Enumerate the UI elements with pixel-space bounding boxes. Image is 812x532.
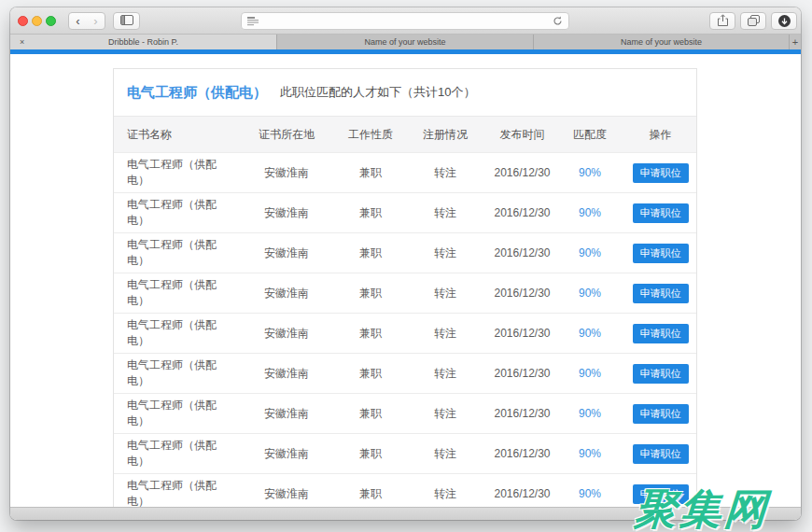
cell-match: 90%	[557, 407, 623, 420]
apply-button[interactable]: 申请职位	[633, 404, 689, 424]
page-content: 电气工程师（供配电） 此职位匹配的人才如下（共计10个） 证书名称 证书所在地 …	[10, 54, 801, 507]
cell-action: 申请职位	[623, 284, 698, 303]
sidebar-icon	[120, 12, 133, 29]
refresh-icon[interactable]	[553, 13, 563, 30]
zoom-window-button[interactable]	[46, 16, 56, 26]
cell-publish-date: 2016/12/30	[487, 327, 557, 340]
cell-match: 90%	[557, 447, 623, 460]
apply-button[interactable]: 申请职位	[633, 244, 689, 263]
browser-titlebar: ‹ ›	[10, 7, 801, 35]
cell-job-type: 兼职	[338, 245, 403, 261]
cell-job-type: 兼职	[338, 205, 403, 221]
tab-label: Name of your website	[364, 37, 445, 47]
minimize-window-button[interactable]	[32, 16, 42, 26]
sidebar-toggle-button[interactable]	[113, 12, 140, 30]
page-subtitle: 此职位匹配的人才如下（共计10个）	[280, 84, 475, 101]
table-body: 电气工程师（供配电） 安徽淮南 兼职 转注 2016/12/30 90% 申请职…	[114, 152, 696, 507]
cell-match: 90%	[557, 327, 623, 340]
cell-location: 安徽淮南	[235, 286, 338, 301]
downloads-button[interactable]	[771, 12, 797, 30]
cell-action: 申请职位	[623, 364, 698, 384]
cell-certificate: 电气工程师（供配电）	[114, 317, 235, 349]
cell-registration: 转注	[403, 446, 487, 462]
toolbar-right-buttons	[709, 12, 797, 30]
apply-button[interactable]: 申请职位	[633, 444, 689, 464]
col-header-action: 操作	[623, 127, 698, 143]
forward-button[interactable]: ›	[87, 13, 105, 29]
apply-button[interactable]: 申请职位	[633, 203, 689, 223]
table-row: 电气工程师（供配电） 安徽淮南 兼职 转注 2016/12/30 90% 申请职…	[114, 152, 696, 192]
cell-certificate: 电气工程师（供配电）	[114, 277, 235, 309]
cell-location: 安徽淮南	[235, 446, 338, 462]
cell-location: 安徽淮南	[235, 366, 338, 382]
apply-button[interactable]: 申请职位	[633, 364, 689, 384]
new-tab-button[interactable]: +	[789, 35, 801, 49]
close-window-button[interactable]	[18, 16, 28, 26]
tab-website-2[interactable]: Name of your website	[533, 35, 789, 49]
cell-registration: 转注	[403, 366, 487, 382]
cell-publish-date: 2016/12/30	[487, 166, 557, 179]
col-header-registration: 注册情况	[403, 127, 487, 143]
tab-website-1[interactable]: Name of your website	[276, 35, 533, 49]
share-icon	[718, 13, 728, 30]
cell-job-type: 兼职	[338, 366, 403, 382]
cell-registration: 转注	[403, 165, 487, 181]
cell-action: 申请职位	[623, 244, 698, 263]
card-header: 电气工程师（供配电） 此职位匹配的人才如下（共计10个）	[114, 69, 696, 116]
cell-match: 90%	[557, 367, 623, 380]
tab-dribbble[interactable]: × Dribbble - Robin P.	[10, 35, 276, 49]
nav-buttons: ‹ ›	[68, 12, 105, 30]
window-controls	[18, 16, 56, 26]
table-row: 电气工程师（供配电） 安徽淮南 兼职 转注 2016/12/30 90% 申请职…	[114, 473, 696, 507]
table-row: 电气工程师（供配电） 安徽淮南 兼职 转注 2016/12/30 90% 申请职…	[114, 273, 696, 313]
tab-bar: × Dribbble - Robin P. Name of your websi…	[10, 35, 801, 49]
address-bar[interactable]	[241, 12, 569, 30]
col-header-location: 证书所在地	[235, 127, 338, 143]
cell-certificate: 电气工程师（供配电）	[114, 197, 235, 229]
cell-match: 90%	[557, 206, 623, 219]
cell-location: 安徽淮南	[235, 165, 338, 181]
cell-certificate: 电气工程师（供配电）	[114, 237, 235, 269]
cell-job-type: 兼职	[338, 326, 403, 342]
cell-registration: 转注	[403, 245, 487, 261]
apply-button[interactable]: 申请职位	[633, 284, 689, 303]
page-title: 电气工程师（供配电）	[127, 84, 267, 102]
cell-certificate: 电气工程师（供配电）	[114, 398, 235, 429]
cell-registration: 转注	[403, 406, 487, 422]
cell-location: 安徽淮南	[235, 245, 338, 261]
cell-location: 安徽淮南	[235, 486, 338, 502]
cell-publish-date: 2016/12/30	[487, 246, 557, 259]
cell-location: 安徽淮南	[235, 406, 338, 422]
table-row: 电气工程师（供配电） 安徽淮南 兼职 转注 2016/12/30 90% 申请职…	[114, 433, 696, 473]
job-match-card: 电气工程师（供配电） 此职位匹配的人才如下（共计10个） 证书名称 证书所在地 …	[113, 68, 697, 507]
cell-match: 90%	[557, 287, 623, 300]
close-tab-icon[interactable]: ×	[20, 38, 24, 47]
apply-button[interactable]: 申请职位	[633, 324, 689, 343]
table-row: 电气工程师（供配电） 安徽淮南 兼职 转注 2016/12/30 90% 申请职…	[114, 353, 696, 393]
cell-job-type: 兼职	[338, 486, 403, 502]
browser-window: ‹ ›	[10, 7, 801, 520]
cell-job-type: 兼职	[338, 286, 403, 301]
cell-registration: 转注	[403, 286, 487, 301]
reader-icon	[247, 13, 259, 30]
cell-certificate: 电气工程师（供配电）	[114, 357, 235, 389]
tab-overview-button[interactable]	[740, 12, 766, 30]
share-button[interactable]	[709, 12, 735, 30]
tab-label: Name of your website	[621, 37, 702, 47]
downloads-icon	[778, 15, 791, 27]
col-header-job-type: 工作性质	[338, 127, 403, 143]
back-button[interactable]: ‹	[69, 13, 87, 29]
cell-certificate: 电气工程师（供配电）	[114, 478, 235, 507]
cell-publish-date: 2016/12/30	[487, 487, 557, 500]
apply-button[interactable]: 申请职位	[633, 163, 689, 183]
table-header-row: 证书名称 证书所在地 工作性质 注册情况 发布时间 匹配度 操作	[114, 116, 696, 152]
table-row: 电气工程师（供配电） 安徽淮南 兼职 转注 2016/12/30 90% 申请职…	[114, 313, 696, 353]
cell-action: 申请职位	[623, 324, 698, 343]
cell-match: 90%	[557, 487, 623, 500]
cell-certificate: 电气工程师（供配电）	[114, 157, 235, 189]
cell-certificate: 电气工程师（供配电）	[114, 438, 235, 469]
cell-publish-date: 2016/12/30	[487, 447, 557, 460]
tab-overview-icon	[748, 13, 760, 30]
cell-registration: 转注	[403, 326, 487, 342]
cell-job-type: 兼职	[338, 406, 403, 422]
